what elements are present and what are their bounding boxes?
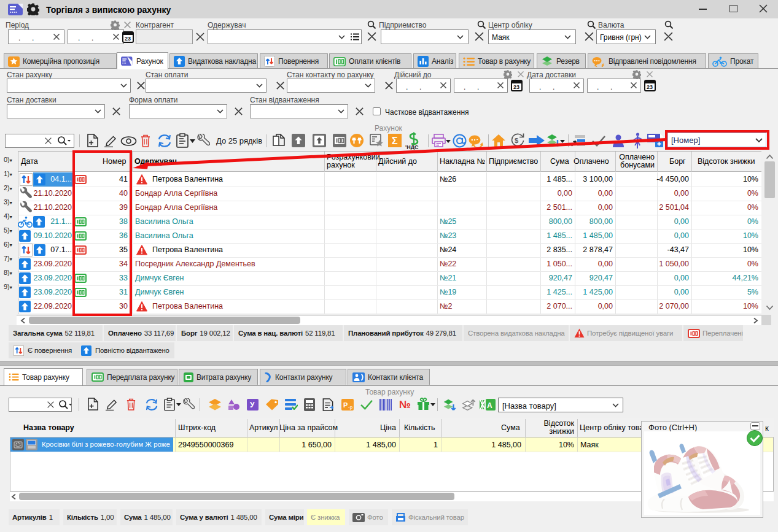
- svg-text:$: $: [515, 137, 518, 144]
- svg-text:P: P: [343, 401, 348, 409]
- svg-text:'НДС: 'НДС: [405, 144, 419, 150]
- svg-text:Σ: Σ: [392, 136, 398, 146]
- svg-text:№: №: [399, 399, 411, 411]
- svg-text:A: A: [487, 401, 492, 410]
- svg-text:У: У: [250, 401, 255, 409]
- svg-text:-p: -p: [348, 404, 353, 410]
